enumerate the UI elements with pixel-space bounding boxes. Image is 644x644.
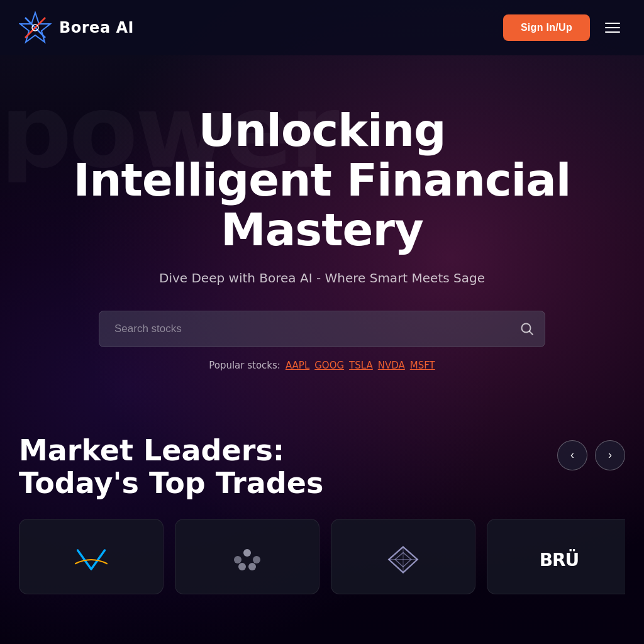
stock-card-4: BRÜ [487,519,625,594]
svg-point-8 [253,556,260,564]
nav-right: Sign In/Up [503,14,625,41]
market-header: Market Leaders: Today's Top Trades ‹ › [19,434,625,501]
market-title: Market Leaders: Today's Top Trades [19,434,323,501]
sign-in-button[interactable]: Sign In/Up [503,14,590,41]
brand-logo-icon [19,11,52,44]
hero-subtitle: Dive Deep with Borea AI - Where Smart Me… [25,270,619,286]
hero-section: Unlocking Intelligent Financial Mastery … [0,55,644,396]
popular-stocks: Popular stocks: AAPL GOOG TSLA NVDA MSFT [25,360,619,371]
brand-name: Borea AI [59,19,134,36]
stock-link-nvda[interactable]: NVDA [378,360,405,371]
carousel-prev-button[interactable]: ‹ [557,440,587,470]
stock-card-3 [331,519,475,594]
hero-title: Unlocking Intelligent Financial Mastery [70,106,574,255]
svg-point-7 [243,549,251,557]
card-logo-1 [72,544,110,575]
logo-area: Borea AI [19,11,134,44]
svg-line-5 [530,331,533,335]
carousel-controls: ‹ › [557,440,625,470]
search-input[interactable] [99,311,545,347]
card-logo-2 [228,544,266,575]
svg-point-10 [248,563,256,570]
search-button[interactable] [520,322,534,336]
carousel-next-button[interactable]: › [595,440,625,470]
popular-stocks-label: Popular stocks: [209,360,280,371]
stock-link-aapl[interactable]: AAPL [286,360,309,371]
search-icon [520,322,534,336]
card-logo-3 [384,544,422,575]
search-container [99,311,545,347]
stock-card-1 [19,519,164,594]
stock-card-2 [175,519,319,594]
menu-button[interactable] [600,18,625,38]
stock-link-goog[interactable]: GOOG [314,360,344,371]
market-section: Market Leaders: Today's Top Trades ‹ › [0,396,644,595]
stock-link-msft[interactable]: MSFT [410,360,435,371]
svg-point-9 [238,563,246,570]
diamond-logo-icon [384,544,422,575]
bru-logo-text: BRÜ [540,550,579,570]
visa-logo-icon [72,544,110,575]
stock-link-tsla[interactable]: TSLA [349,360,373,371]
stock-cards-row: BRÜ [19,519,625,594]
dots-logo-icon [228,544,266,575]
navigation: Borea AI Sign In/Up [0,0,644,55]
svg-point-6 [234,556,242,564]
card-logo-4: BRÜ [540,550,579,570]
